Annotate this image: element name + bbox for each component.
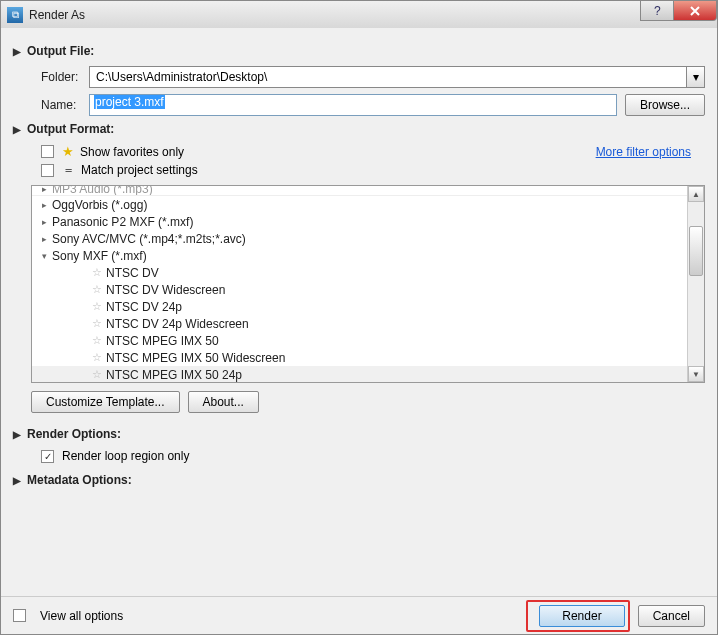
view-all-label: View all options (40, 609, 123, 623)
name-label: Name: (41, 98, 89, 112)
equals-icon: = (62, 163, 75, 177)
help-button[interactable]: ? (640, 1, 674, 21)
output-file-header[interactable]: ▶ Output File: (13, 44, 705, 58)
chevron-right-icon: ▶ (13, 124, 21, 135)
footer: View all options Render Cancel (1, 596, 717, 634)
metadata-options-label: Metadata Options: (27, 473, 132, 487)
star-icon: ★ (62, 144, 74, 159)
format-label: Panasonic P2 MXF (*.mxf) (52, 215, 193, 229)
svg-text:?: ? (654, 6, 661, 16)
window-title: Render As (29, 8, 85, 22)
format-label: MP3 Audio (*.mp3) (52, 186, 153, 196)
template-label: NTSC DV 24p (106, 300, 182, 314)
template-label: NTSC DV Widescreen (106, 283, 225, 297)
show-favorites-checkbox[interactable] (41, 145, 54, 158)
render-options-header[interactable]: ▶ Render Options: (13, 427, 705, 441)
match-project-label: Match project settings (81, 163, 198, 177)
browse-button[interactable]: Browse... (625, 94, 705, 116)
template-item-selected[interactable]: ☆NTSC MPEG IMX 50 24p (32, 366, 687, 382)
format-tree: ▸MP3 Audio (*.mp3) ▸OggVorbis (*.ogg) ▸P… (31, 185, 705, 383)
render-options-label: Render Options: (27, 427, 121, 441)
template-item[interactable]: ☆NTSC DV 24p Widescreen (32, 315, 687, 332)
format-item[interactable]: ▸Sony AVC/MVC (*.mp4;*.m2ts;*.avc) (32, 230, 687, 247)
name-input[interactable]: project 3.mxf (89, 94, 617, 116)
folder-value: C:\Users\Administrator\Desktop\ (96, 70, 267, 84)
customize-template-button[interactable]: Customize Template... (31, 391, 180, 413)
loop-region-label: Render loop region only (62, 449, 189, 463)
template-label: NTSC DV (106, 266, 159, 280)
star-outline-icon: ☆ (92, 351, 102, 364)
show-favorites-label: Show favorites only (80, 145, 184, 159)
format-item[interactable]: ▸MP3 Audio (*.mp3) (32, 186, 687, 196)
scrollbar[interactable]: ▲ ▼ (687, 186, 704, 382)
template-item[interactable]: ☆NTSC MPEG IMX 50 (32, 332, 687, 349)
format-label: OggVorbis (*.ogg) (52, 198, 147, 212)
more-filter-link[interactable]: More filter options (596, 145, 691, 159)
chevron-down-icon[interactable]: ▾ (686, 67, 704, 87)
template-label: NTSC MPEG IMX 50 (106, 334, 219, 348)
star-outline-icon: ☆ (92, 266, 102, 279)
output-file-label: Output File: (27, 44, 94, 58)
cancel-button[interactable]: Cancel (638, 605, 705, 627)
output-format-header[interactable]: ▶ Output Format: (13, 122, 705, 136)
chevron-right-icon: ▶ (13, 429, 21, 440)
render-highlight: Render (526, 600, 629, 632)
match-project-checkbox[interactable] (41, 164, 54, 177)
template-item[interactable]: ☆NTSC DV Widescreen (32, 281, 687, 298)
metadata-options-header[interactable]: ▶ Metadata Options: (13, 473, 705, 487)
scroll-down-icon[interactable]: ▼ (688, 366, 704, 382)
format-label: Sony AVC/MVC (*.mp4;*.m2ts;*.avc) (52, 232, 246, 246)
format-item[interactable]: ▸Panasonic P2 MXF (*.mxf) (32, 213, 687, 230)
star-outline-icon: ☆ (92, 300, 102, 313)
about-button[interactable]: About... (188, 391, 259, 413)
view-all-checkbox[interactable] (13, 609, 26, 622)
template-item[interactable]: ☆NTSC DV 24p (32, 298, 687, 315)
dialog-body: ▶ Output File: Folder: C:\Users\Administ… (0, 28, 718, 635)
scroll-up-icon[interactable]: ▲ (688, 186, 704, 202)
format-item[interactable]: ▾Sony MXF (*.mxf) (32, 247, 687, 264)
titlebar[interactable]: ⧉ Render As ? (0, 0, 718, 28)
star-outline-icon: ☆ (92, 334, 102, 347)
template-label: NTSC MPEG IMX 50 Widescreen (106, 351, 285, 365)
close-button[interactable] (673, 1, 717, 21)
folder-label: Folder: (41, 70, 89, 84)
template-label: NTSC DV 24p Widescreen (106, 317, 249, 331)
scroll-thumb[interactable] (689, 226, 703, 276)
app-icon: ⧉ (7, 7, 23, 23)
folder-select[interactable]: C:\Users\Administrator\Desktop\ ▾ (89, 66, 705, 88)
star-outline-icon: ☆ (92, 283, 102, 296)
template-label: NTSC MPEG IMX 50 24p (106, 368, 242, 382)
render-button[interactable]: Render (539, 605, 624, 627)
chevron-right-icon: ▶ (13, 475, 21, 486)
template-item[interactable]: ☆NTSC MPEG IMX 50 Widescreen (32, 349, 687, 366)
star-outline-icon: ☆ (92, 368, 102, 381)
chevron-right-icon: ▶ (13, 46, 21, 57)
name-value: project 3.mxf (94, 95, 165, 109)
loop-region-checkbox[interactable] (41, 450, 54, 463)
format-item[interactable]: ▸OggVorbis (*.ogg) (32, 196, 687, 213)
output-format-label: Output Format: (27, 122, 114, 136)
format-label: Sony MXF (*.mxf) (52, 249, 147, 263)
star-outline-icon: ☆ (92, 317, 102, 330)
template-item[interactable]: ☆NTSC DV (32, 264, 687, 281)
